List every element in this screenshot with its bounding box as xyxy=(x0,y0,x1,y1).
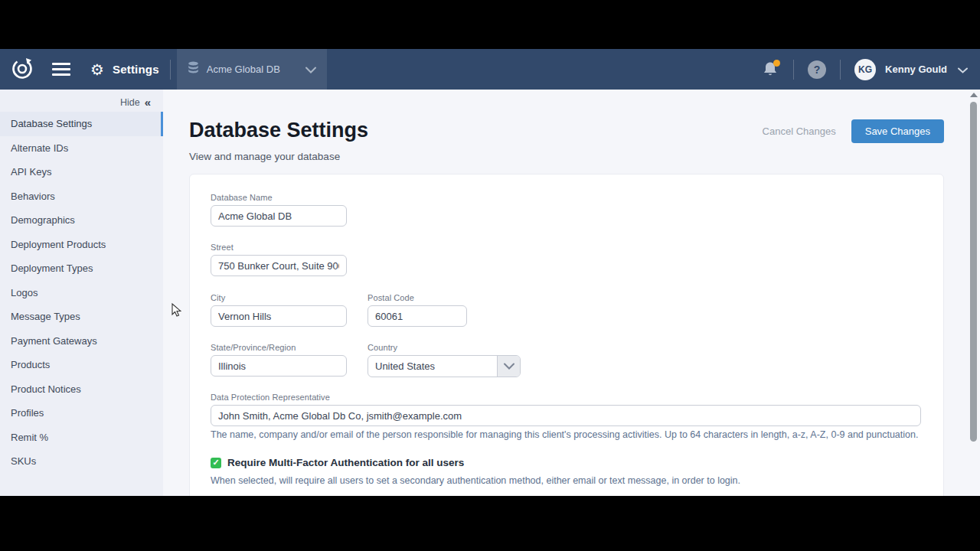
mfa-label: Require Multi-Factor Authentication for … xyxy=(227,457,464,468)
collapse-double-chevron-icon: « xyxy=(145,96,151,109)
chevron-down-icon xyxy=(305,63,316,77)
postal-code-input[interactable] xyxy=(368,305,467,327)
database-icon xyxy=(188,61,199,77)
sidebar-item-skus[interactable]: SKUs xyxy=(0,449,163,474)
brand-logo-icon xyxy=(10,56,34,83)
screen: ⚙ Settings Acme Global DB xyxy=(0,0,980,551)
page-title: Database Settings xyxy=(189,119,368,142)
notification-dot xyxy=(773,60,780,67)
main-content: Database Settings View and manage your d… xyxy=(163,90,980,496)
gear-icon: ⚙ xyxy=(90,62,104,77)
sidebar-item-label: Payment Gateways xyxy=(11,335,97,347)
sidebar-hide-button[interactable]: Hide « xyxy=(0,90,163,112)
city-label: City xyxy=(211,293,225,302)
street-label: Street xyxy=(211,243,234,252)
sidebar-item-label: Product Notices xyxy=(11,383,81,395)
country-select[interactable]: United States xyxy=(368,355,521,377)
sidebar-item-deployment-products[interactable]: Deployment Products xyxy=(0,233,163,257)
settings-form-card: Database Name Street City Postal Code St… xyxy=(189,174,944,496)
sidebar-item-label: API Keys xyxy=(11,166,51,178)
state-input[interactable] xyxy=(211,355,347,377)
help-icon[interactable]: ? xyxy=(808,60,826,79)
mfa-description: When selected, will require all users to… xyxy=(211,475,926,486)
sidebar-item-label: Logos xyxy=(11,287,38,298)
nav-divider xyxy=(793,60,794,80)
hamburger-menu-icon[interactable] xyxy=(52,63,70,76)
data-protection-representative-label: Data Protection Representative xyxy=(211,393,330,402)
hide-label: Hide xyxy=(120,97,140,108)
sidebar-item-remit-percent[interactable]: Remit % xyxy=(0,425,163,450)
sidebar-item-label: Deployment Types xyxy=(11,262,93,274)
notifications-bell-icon[interactable] xyxy=(763,61,779,78)
avatar: KG xyxy=(854,59,876,80)
sidebar-item-label: Database Settings xyxy=(11,118,92,129)
sidebar-item-deployment-types[interactable]: Deployment Types xyxy=(0,256,163,281)
sidebar-item-label: Demographics xyxy=(11,214,75,226)
select-caret-button[interactable] xyxy=(497,356,520,377)
navbar-right-group: ? KG Kenny Gould xyxy=(763,59,980,80)
header-actions: Cancel Changes Save Changes xyxy=(763,119,944,143)
checkmark-icon: ✓ xyxy=(212,458,219,468)
sidebar-item-logos[interactable]: Logos xyxy=(0,281,163,305)
nav-divider xyxy=(170,60,171,80)
sidebar-item-demographics[interactable]: Demographics xyxy=(0,208,163,233)
sidebar-item-database-settings[interactable]: Database Settings xyxy=(0,112,163,136)
database-name-label: Database Name xyxy=(211,193,273,202)
sidebar-item-message-types[interactable]: Message Types xyxy=(0,305,163,329)
sidebar-item-product-notices[interactable]: Product Notices xyxy=(0,377,163,402)
sidebar-item-profiles[interactable]: Profiles xyxy=(0,401,163,425)
app-window: ⚙ Settings Acme Global DB xyxy=(0,49,980,496)
avatar-initials: KG xyxy=(858,64,872,75)
scroll-up-arrow[interactable] xyxy=(970,93,978,97)
sidebar-item-products[interactable]: Products xyxy=(0,353,163,377)
sidebar-item-api-keys[interactable]: API Keys xyxy=(0,160,163,184)
user-name: Kenny Gould xyxy=(885,64,947,75)
country-select-value: United States xyxy=(368,360,497,372)
chevron-down-icon xyxy=(958,63,968,77)
sidebar-item-label: Deployment Products xyxy=(11,239,106,250)
sidebar-item-label: Remit % xyxy=(11,432,48,443)
user-menu[interactable]: KG Kenny Gould xyxy=(854,59,968,80)
page-subtitle: View and manage your database xyxy=(189,151,340,162)
data-protection-representative-input[interactable] xyxy=(211,405,921,426)
sidebar-item-alternate-ids[interactable]: Alternate IDs xyxy=(0,136,163,161)
nav-settings-label: Settings xyxy=(113,63,159,76)
sidebar-item-behaviors[interactable]: Behaviors xyxy=(0,184,163,209)
city-input[interactable] xyxy=(211,305,347,327)
sidebar-item-label: Profiles xyxy=(11,407,44,419)
sidebar-item-payment-gateways[interactable]: Payment Gateways xyxy=(0,329,163,354)
scrollbar-thumb[interactable] xyxy=(970,102,977,442)
sidebar-item-label: Products xyxy=(11,359,50,370)
vertical-scrollbar[interactable] xyxy=(969,90,979,496)
brand-logo[interactable] xyxy=(9,57,35,83)
help-glyph: ? xyxy=(814,64,821,76)
sidebar-item-label: SKUs xyxy=(11,455,36,467)
database-selector-dropdown[interactable]: Acme Global DB xyxy=(177,49,327,90)
sidebar-item-label: Message Types xyxy=(11,311,80,322)
sidebar-item-label: Behaviors xyxy=(11,191,55,202)
nav-divider xyxy=(840,60,841,80)
sidebar: Hide « Database Settings Alternate IDs A… xyxy=(0,90,163,496)
data-protection-representative-help: The name, company and/or email of the pe… xyxy=(211,429,926,440)
top-navbar: ⚙ Settings Acme Global DB xyxy=(0,49,980,90)
postal-code-label: Postal Code xyxy=(368,293,414,302)
state-label: State/Province/Region xyxy=(211,343,296,352)
nav-settings[interactable]: ⚙ Settings xyxy=(90,62,159,77)
sidebar-item-label: Alternate IDs xyxy=(11,142,68,154)
save-changes-button[interactable]: Save Changes xyxy=(851,119,944,143)
database-name-input[interactable] xyxy=(211,205,347,227)
cancel-changes-button[interactable]: Cancel Changes xyxy=(763,126,836,137)
street-input[interactable] xyxy=(211,255,347,276)
mfa-row: ✓ Require Multi-Factor Authentication fo… xyxy=(211,457,464,468)
database-selector-value: Acme Global DB xyxy=(207,64,280,75)
country-label: Country xyxy=(368,343,397,352)
mfa-checkbox[interactable]: ✓ xyxy=(211,458,221,468)
